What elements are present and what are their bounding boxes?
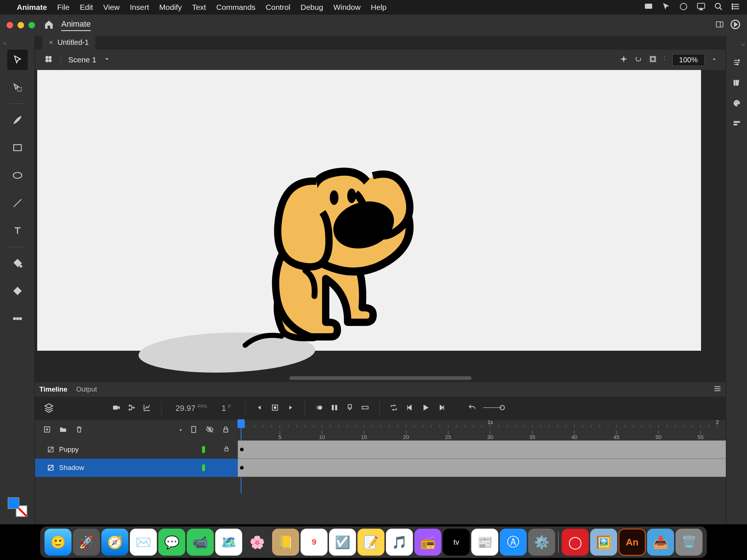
dock-creative-cloud[interactable]: ◯ (562, 529, 589, 556)
brush-tool[interactable] (7, 110, 28, 130)
edit-symbols-icon[interactable] (44, 54, 53, 66)
delete-layer-button[interactable] (75, 425, 83, 435)
menu-list-icon[interactable] (732, 2, 740, 13)
dock-appletv[interactable]: tv (443, 529, 470, 556)
frame-display[interactable]: 1 F (221, 404, 231, 413)
next-keyframe-button[interactable] (286, 404, 294, 413)
scene-label[interactable]: Scene 1 (68, 55, 96, 64)
oval-tool[interactable] (7, 165, 28, 186)
dock-launchpad[interactable]: 🚀 (73, 529, 100, 556)
center-stage-icon[interactable] (620, 55, 628, 65)
window-maximize-button[interactable] (28, 22, 35, 28)
close-tab-icon[interactable]: × (49, 38, 53, 47)
layer-row-puppy[interactable]: Puppy (35, 440, 726, 459)
step-back-button[interactable] (405, 404, 413, 413)
fill-color-swatch[interactable] (8, 497, 19, 509)
lock-toggle-icon[interactable] (222, 425, 230, 435)
onion-skin-button[interactable] (315, 404, 323, 413)
zoom-input[interactable]: 100% (672, 54, 705, 66)
frame-span-icon[interactable] (361, 404, 369, 413)
dock-contacts[interactable]: 📒 (272, 529, 299, 556)
marker-icon[interactable] (346, 404, 354, 413)
menu-window[interactable]: Window (333, 3, 361, 12)
stage-horizontal-scrollbar[interactable] (289, 376, 472, 380)
play-timeline-button[interactable] (421, 402, 431, 414)
tab-timeline[interactable]: Timeline (39, 385, 67, 393)
color-panel-icon[interactable] (733, 99, 741, 109)
timeline-ruler[interactable]: 1s2510152025303540455055 (238, 420, 726, 440)
stage-canvas[interactable] (37, 70, 701, 351)
puppy-artwork[interactable] (238, 165, 457, 362)
eraser-tool[interactable] (7, 281, 28, 301)
zoom-stepper[interactable]: ˄˅ (663, 57, 666, 63)
clip-stage-icon[interactable] (649, 55, 657, 65)
insert-keyframe-button[interactable] (271, 404, 279, 413)
display-icon[interactable] (644, 2, 653, 13)
selection-tool[interactable] (7, 50, 28, 70)
stage-area[interactable] (35, 70, 726, 382)
dock-appstore[interactable]: Ⓐ (500, 529, 527, 556)
rectangle-tool[interactable] (7, 137, 28, 158)
menu-edit[interactable]: Edit (80, 3, 93, 12)
dock-messages[interactable]: 💬 (158, 529, 185, 556)
dock-animate[interactable]: An (619, 529, 646, 556)
layer-lock-icon[interactable] (223, 446, 230, 454)
menu-help[interactable]: Help (371, 3, 387, 12)
layer-stack-icon[interactable] (44, 402, 54, 414)
menu-commands[interactable]: Commands (216, 3, 255, 12)
panel-toggle-icon[interactable] (716, 20, 724, 30)
dock-reminders[interactable]: ☑️ (329, 529, 356, 556)
color-swatches[interactable] (8, 497, 27, 517)
properties-panel-icon[interactable] (733, 58, 741, 68)
app-menu[interactable]: Animate (17, 3, 47, 12)
dock-settings[interactable]: ⚙️ (528, 529, 555, 556)
menu-debug[interactable]: Debug (301, 3, 323, 12)
spotlight-search-icon[interactable] (714, 2, 723, 13)
rotate-tool-icon[interactable] (634, 55, 642, 65)
keyframe-icon[interactable] (240, 448, 244, 451)
more-tools-icon[interactable] (7, 308, 28, 329)
menu-file[interactable]: File (57, 3, 70, 12)
home-button[interactable] (44, 19, 54, 31)
new-folder-button[interactable] (59, 425, 67, 435)
dock-notes[interactable]: 📝 (357, 529, 384, 556)
panel-menu-icon[interactable] (713, 385, 721, 394)
outline-toggle-icon[interactable] (190, 425, 198, 435)
line-tool[interactable] (7, 193, 28, 213)
panel-collapse-icon[interactable]: ‹‹ (3, 40, 6, 46)
airplay-icon[interactable] (697, 2, 705, 13)
zoom-dropdown-icon[interactable] (711, 55, 717, 64)
layer-frames-track[interactable] (238, 440, 726, 459)
menu-insert[interactable]: Insert (130, 3, 149, 12)
window-close-button[interactable] (7, 22, 13, 28)
dock-finder[interactable]: 🙂 (44, 529, 71, 556)
dock-maps[interactable]: 🗺️ (215, 529, 242, 556)
panel-collapse-icon[interactable]: ‹‹ (742, 42, 745, 47)
workspace-label[interactable]: Animate (61, 19, 91, 31)
tab-output[interactable]: Output (76, 385, 97, 393)
library-panel-icon[interactable] (733, 79, 741, 88)
undo-icon[interactable] (468, 404, 476, 413)
visibility-toggle-icon[interactable] (206, 425, 214, 435)
dock-preview[interactable]: 🖼️ (590, 529, 617, 556)
edit-multiple-frames-icon[interactable] (330, 404, 338, 413)
highlight-layer-icon[interactable]: • (179, 427, 182, 433)
prev-keyframe-button[interactable] (256, 404, 264, 413)
menu-text[interactable]: Text (192, 3, 206, 12)
dock-mail[interactable]: ✉️ (130, 529, 157, 556)
menu-modify[interactable]: Modify (159, 3, 182, 12)
dock-podcasts[interactable]: 📻 (414, 529, 441, 556)
align-panel-icon[interactable] (733, 120, 741, 129)
menu-view[interactable]: View (103, 3, 120, 12)
layer-frames-track[interactable] (238, 459, 726, 477)
scene-dropdown-icon[interactable] (104, 55, 110, 64)
new-layer-button[interactable] (43, 425, 51, 435)
text-tool[interactable] (7, 221, 28, 241)
menu-control[interactable]: Control (266, 3, 290, 12)
document-tab[interactable]: × Untitled-1 (42, 35, 95, 50)
free-transform-tool[interactable] (7, 77, 28, 98)
window-minimize-button[interactable] (18, 22, 24, 28)
dock-photos[interactable]: 🌸 (244, 529, 271, 556)
paint-bucket-tool[interactable] (7, 253, 28, 273)
play-button[interactable] (730, 19, 740, 31)
